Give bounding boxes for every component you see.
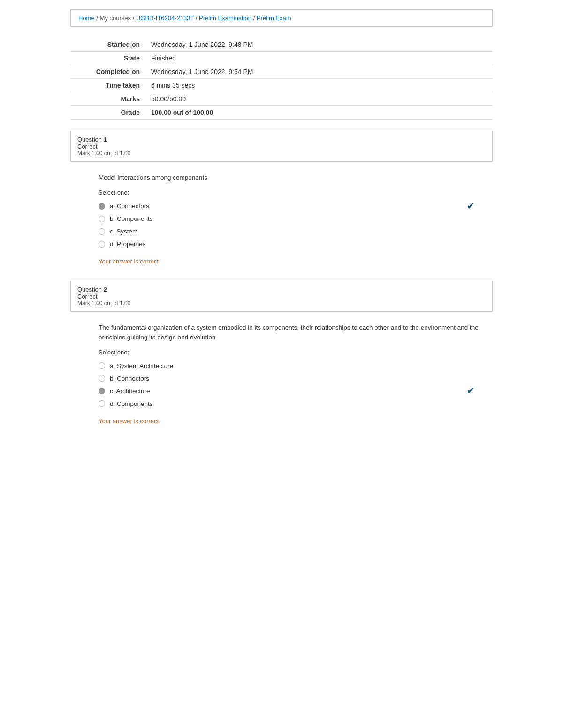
option-item: d. Components	[99, 398, 493, 410]
summary-table: Started on Wednesday, 1 June 2022, 9:48 …	[70, 38, 493, 120]
question1-text: Model interactions among components	[99, 173, 493, 182]
question2-mark: Mark 1.00 out of 1.00	[77, 300, 486, 307]
time-taken-value: 6 mins 35 secs	[145, 79, 493, 92]
question1-label: Question 1	[77, 136, 486, 143]
question1-mark: Mark 1.00 out of 1.00	[77, 150, 486, 157]
option-label: c. System	[110, 228, 137, 235]
radio-circle	[99, 375, 105, 382]
option-item: d. Properties	[99, 238, 493, 250]
question2-feedback: Your answer is correct.	[99, 418, 493, 425]
breadcrumb-prelim-examination[interactable]: Prelim Examination	[199, 15, 251, 22]
option-item: a. System Architecture	[99, 360, 493, 372]
grade-value: 100.00 out of 100.00	[145, 106, 493, 120]
option-item: b. Components	[99, 212, 493, 225]
breadcrumb-mycourses: My courses	[100, 15, 131, 22]
time-taken-label: Time taken	[70, 79, 145, 92]
completed-on-value: Wednesday, 1 June 2022, 9:54 PM	[145, 65, 493, 79]
question1-options: a. Connectors✔b. Componentsc. Systemd. P…	[99, 200, 493, 250]
summary-row-marks: Marks 50.00/50.00	[70, 92, 493, 106]
radio-circle	[99, 388, 105, 394]
completed-on-label: Completed on	[70, 65, 145, 79]
summary-row-state: State Finished	[70, 52, 493, 65]
checkmark-icon: ✔	[467, 386, 474, 396]
option-item: c. System	[99, 225, 493, 238]
question2-status: Correct	[77, 293, 486, 300]
breadcrumb-prelim-exam[interactable]: Prelim Exam	[257, 15, 291, 22]
checkmark-icon: ✔	[467, 201, 474, 211]
question1-content: Model interactions among components Sele…	[70, 164, 493, 271]
marks-label: Marks	[70, 92, 145, 106]
question2-text: The fundamental organization of a system…	[99, 323, 493, 342]
radio-circle	[99, 216, 105, 222]
question1-feedback: Your answer is correct.	[99, 258, 493, 265]
radio-circle	[99, 400, 105, 407]
option-label: a. Connectors	[110, 203, 149, 210]
summary-row-time: Time taken 6 mins 35 secs	[70, 79, 493, 92]
breadcrumb-sep1: /	[96, 15, 99, 22]
summary-row-completed: Completed on Wednesday, 1 June 2022, 9:5…	[70, 65, 493, 79]
breadcrumb-sep2: /	[133, 15, 136, 22]
radio-circle	[99, 241, 105, 248]
question1-select-label: Select one:	[99, 189, 493, 196]
option-label: a. System Architecture	[110, 362, 173, 369]
option-label: d. Properties	[110, 240, 146, 248]
question1-status: Correct	[77, 143, 486, 150]
option-item: b. Connectors	[99, 372, 493, 385]
breadcrumb-course[interactable]: UGBD-IT6204-2133T	[136, 15, 194, 22]
breadcrumb-sep3: /	[196, 15, 199, 22]
breadcrumb-sep4: /	[253, 15, 257, 22]
option-label: d. Components	[110, 400, 153, 407]
question1-block: Question 1 Correct Mark 1.00 out of 1.00	[70, 131, 493, 162]
question2-options: a. System Architectureb. Connectorsc. Ar…	[99, 360, 493, 410]
radio-circle	[99, 362, 105, 369]
breadcrumb-home[interactable]: Home	[78, 15, 95, 22]
grade-label: Grade	[70, 106, 145, 120]
state-label: State	[70, 52, 145, 65]
summary-row-started: Started on Wednesday, 1 June 2022, 9:48 …	[70, 38, 493, 52]
radio-circle	[99, 203, 105, 210]
option-item: a. Connectors✔	[99, 200, 493, 212]
question2-block: Question 2 Correct Mark 1.00 out of 1.00	[70, 281, 493, 312]
question2-label: Question 2	[77, 286, 486, 293]
option-label: b. Connectors	[110, 375, 149, 382]
option-label: c. Architecture	[110, 388, 150, 395]
state-value: Finished	[145, 52, 493, 65]
marks-value: 50.00/50.00	[145, 92, 493, 106]
question2-select-label: Select one:	[99, 349, 493, 356]
option-item: c. Architecture✔	[99, 385, 493, 398]
question2-content: The fundamental organization of a system…	[70, 314, 493, 431]
option-label: b. Components	[110, 215, 153, 222]
summary-row-grade: Grade 100.00 out of 100.00	[70, 106, 493, 120]
started-on-label: Started on	[70, 38, 145, 52]
radio-circle	[99, 228, 105, 235]
breadcrumb: Home / My courses / UGBD-IT6204-2133T / …	[70, 9, 493, 27]
started-on-value: Wednesday, 1 June 2022, 9:48 PM	[145, 38, 493, 52]
